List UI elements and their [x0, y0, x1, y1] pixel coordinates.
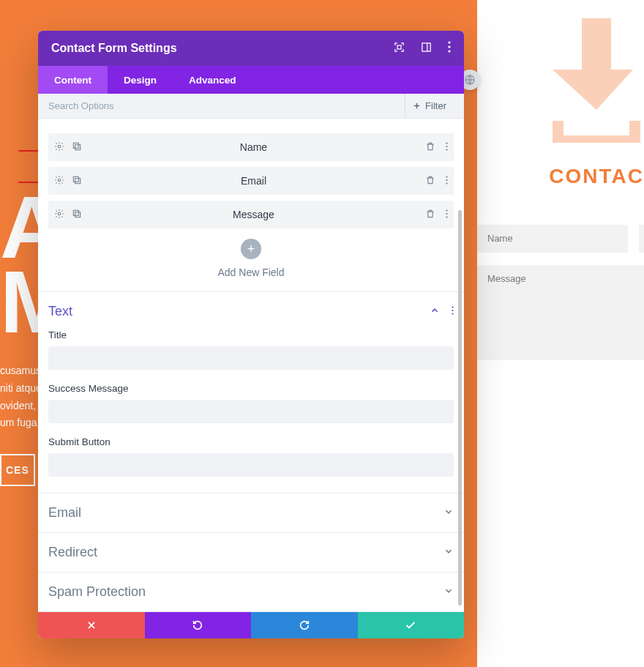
- gear-icon[interactable]: [54, 175, 64, 187]
- svg-rect-21: [73, 210, 78, 215]
- section-redirect-title: Redirect: [48, 545, 97, 560]
- add-new-field: + Add New Field: [48, 234, 454, 291]
- duplicate-icon[interactable]: [72, 209, 82, 221]
- submit-button-label: Submit Button: [48, 436, 454, 447]
- preview-email-field[interactable]: [639, 225, 644, 253]
- add-field-button[interactable]: +: [241, 239, 261, 259]
- chevron-down-icon: [443, 507, 454, 520]
- tab-design[interactable]: Design: [108, 66, 173, 94]
- contact-heading: CONTAC: [549, 165, 644, 188]
- field-row-message[interactable]: Message: [48, 201, 454, 228]
- svg-point-13: [58, 179, 61, 182]
- svg-rect-20: [75, 212, 80, 217]
- submit-button-input[interactable]: [48, 453, 454, 477]
- chevron-up-icon: [430, 305, 440, 318]
- svg-point-22: [446, 209, 447, 211]
- search-bar: Filter: [38, 94, 464, 119]
- svg-point-17: [446, 179, 447, 180]
- scrollbar[interactable]: [458, 210, 462, 605]
- snap-icon[interactable]: [421, 42, 432, 56]
- svg-point-24: [446, 216, 447, 217]
- field-row-email[interactable]: Email: [48, 167, 454, 195]
- svg-point-18: [446, 182, 447, 184]
- add-field-label: Add New Field: [48, 267, 454, 278]
- hero-para-3: ovident, s: [0, 398, 40, 415]
- chevron-down-icon: [443, 586, 454, 599]
- close-icon: [86, 620, 97, 630]
- tab-content[interactable]: Content: [38, 66, 108, 94]
- ces-button[interactable]: CES: [0, 454, 35, 486]
- svg-point-16: [446, 176, 447, 177]
- more-icon[interactable]: [446, 209, 448, 221]
- modal-title: Contact Form Settings: [51, 42, 394, 55]
- field-label: Name: [82, 141, 425, 153]
- modal-header: Contact Form Settings: [38, 31, 464, 66]
- section-spam: Spam Protection: [38, 572, 464, 611]
- svg-point-12: [446, 149, 447, 150]
- filter-button[interactable]: Filter: [405, 94, 454, 118]
- duplicate-icon[interactable]: [72, 175, 82, 187]
- preview-message-placeholder: Message: [477, 265, 644, 292]
- svg-point-10: [446, 142, 447, 144]
- success-message-input[interactable]: [48, 400, 454, 423]
- svg-point-6: [448, 50, 450, 52]
- svg-rect-1: [397, 45, 401, 49]
- undo-button[interactable]: [145, 612, 252, 638]
- field-row-name[interactable]: Name: [48, 133, 454, 161]
- modal-body: Name Email: [38, 119, 464, 612]
- svg-point-7: [58, 145, 61, 148]
- discard-button[interactable]: [38, 612, 145, 638]
- preview-name-placeholder: Name: [477, 225, 628, 252]
- preview-name-field[interactable]: Name: [477, 225, 628, 253]
- plus-icon: [413, 102, 421, 110]
- preview-message-field[interactable]: Message: [477, 265, 644, 360]
- more-icon[interactable]: [446, 175, 448, 187]
- redo-button[interactable]: [251, 612, 358, 638]
- gear-icon[interactable]: [54, 141, 64, 154]
- section-redirect: Redirect: [38, 532, 464, 572]
- svg-rect-14: [75, 178, 80, 183]
- duplicate-icon[interactable]: [72, 141, 82, 154]
- section-link: Link: [38, 611, 464, 612]
- expand-icon[interactable]: [394, 42, 405, 56]
- section-text-header[interactable]: Text: [48, 304, 454, 319]
- section-text-title: Text: [48, 304, 72, 319]
- section-email: Email: [38, 493, 464, 532]
- search-input[interactable]: [48, 100, 405, 111]
- more-icon[interactable]: [448, 41, 451, 56]
- gear-icon[interactable]: [54, 209, 64, 221]
- section-email-title: Email: [48, 505, 81, 521]
- svg-rect-9: [73, 143, 78, 148]
- page-root: AM M cusamus e niti atque ovident, s um …: [0, 0, 644, 667]
- settings-modal: Contact Form Settings Content Design Adv…: [38, 31, 464, 638]
- more-icon[interactable]: [452, 305, 454, 318]
- svg-point-23: [446, 212, 447, 214]
- download-icon: [549, 18, 644, 143]
- redo-icon: [299, 619, 310, 631]
- field-label: Email: [82, 175, 425, 187]
- trash-icon[interactable]: [425, 141, 435, 154]
- title-input[interactable]: [48, 346, 454, 370]
- svg-rect-8: [75, 144, 80, 149]
- svg-point-19: [58, 212, 61, 215]
- section-spam-title: Spam Protection: [48, 584, 146, 600]
- section-spam-header[interactable]: Spam Protection: [48, 584, 454, 600]
- fields-list: Name Email: [38, 119, 464, 291]
- title-label: Title: [48, 329, 454, 340]
- trash-icon[interactable]: [425, 209, 435, 221]
- success-message-label: Success Message: [48, 383, 454, 394]
- section-email-header[interactable]: Email: [48, 505, 454, 521]
- svg-point-11: [446, 145, 447, 146]
- tab-advanced[interactable]: Advanced: [173, 66, 252, 94]
- svg-rect-2: [422, 42, 430, 51]
- trash-icon[interactable]: [425, 175, 435, 187]
- svg-point-4: [448, 41, 450, 43]
- svg-point-27: [452, 313, 453, 314]
- more-icon[interactable]: [446, 141, 448, 154]
- check-icon: [405, 619, 416, 631]
- field-label: Message: [82, 209, 425, 220]
- section-redirect-header[interactable]: Redirect: [48, 545, 454, 560]
- hero-paragraph: cusamus e niti atque ovident, s um fuga.: [0, 362, 40, 432]
- save-button[interactable]: [358, 612, 465, 638]
- hero-para-4: um fuga.: [0, 414, 40, 432]
